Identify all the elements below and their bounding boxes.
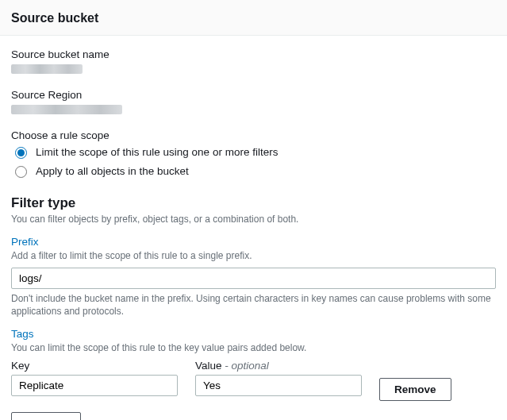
- tag-key-col: Key: [11, 360, 178, 396]
- prefix-hint: Don't include the bucket name in the pre…: [11, 292, 496, 319]
- source-region-value: [11, 105, 122, 114]
- source-bucket-name-value: [11, 64, 83, 74]
- rule-scope-radio-all[interactable]: [15, 166, 27, 178]
- panel-header: Source bucket: [0, 0, 507, 36]
- rule-scope-option-all-label: Apply to all objects in the bucket: [36, 165, 189, 177]
- tags-helper: You can limit the scope of this rule to …: [11, 341, 496, 355]
- tag-row: Key Value - optional Remove: [11, 360, 496, 401]
- source-region-block: Source Region: [11, 89, 496, 117]
- prefix-helper: Add a filter to limit the scope of this …: [11, 249, 496, 263]
- tag-value-col: Value - optional: [195, 360, 362, 396]
- rule-scope-option-filtered-label: Limit the scope of this rule using one o…: [36, 146, 278, 158]
- tag-key-header: Key: [11, 360, 178, 372]
- rule-scope-radio-filtered[interactable]: [15, 147, 27, 159]
- panel-title: Source bucket: [11, 11, 496, 25]
- add-tag-button[interactable]: Add tag: [11, 412, 81, 420]
- tag-value-header: Value - optional: [195, 360, 362, 372]
- source-bucket-name-label: Source bucket name: [11, 48, 496, 60]
- rule-scope-label: Choose a rule scope: [11, 129, 496, 141]
- remove-tag-button[interactable]: Remove: [379, 378, 451, 401]
- source-bucket-name-block: Source bucket name: [11, 48, 496, 76]
- rule-scope-group: Choose a rule scope Limit the scope of t…: [11, 129, 496, 178]
- prefix-input[interactable]: [11, 268, 496, 289]
- tag-value-input[interactable]: [195, 375, 362, 396]
- filter-type-helper: You can filter objects by prefix, object…: [11, 213, 496, 226]
- prefix-label: Prefix: [11, 236, 496, 248]
- tag-key-input[interactable]: [11, 375, 178, 396]
- source-region-label: Source Region: [11, 89, 496, 101]
- tags-label: Tags: [11, 328, 496, 340]
- rule-scope-option-filtered[interactable]: Limit the scope of this rule using one o…: [11, 144, 496, 159]
- filter-type-heading: Filter type: [11, 195, 496, 211]
- rule-scope-option-all[interactable]: Apply to all objects in the bucket: [11, 164, 496, 178]
